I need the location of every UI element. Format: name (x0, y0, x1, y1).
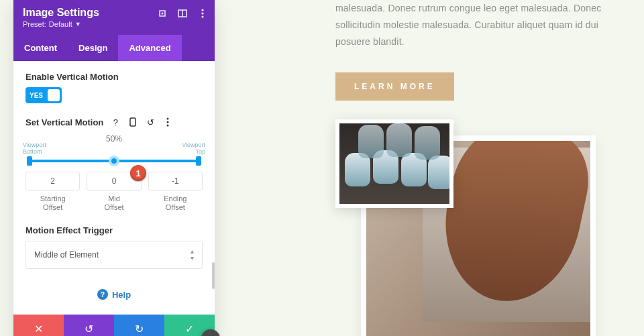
set-vertical-label: Set Vertical Motion (25, 117, 103, 127)
slider-percent: 50% (25, 134, 203, 144)
undo-button[interactable]: ↺ (64, 315, 114, 336)
motion-trigger-value: Middle of Element (34, 250, 99, 260)
mid-offset-label: MidOffset (87, 194, 141, 212)
panel-body: Enable Vertical Motion YES Set Vertical … (13, 61, 215, 315)
svg-point-6 (201, 15, 203, 17)
svg-rect-7 (130, 118, 136, 126)
panel-header[interactable]: Image Settings Preset: Default ▼ (13, 0, 215, 35)
redo-button[interactable]: ↻ (114, 315, 164, 336)
help-link[interactable]: ? Help (25, 289, 203, 300)
preset-value: Default (49, 20, 72, 28)
slider-start-handle[interactable] (27, 156, 32, 166)
svg-point-9 (167, 121, 169, 123)
enable-vertical-label: Enable Vertical Motion (25, 72, 203, 82)
page-preview: malesuada. Donec rutrum congue leo eget … (335, 0, 644, 336)
ending-offset-input[interactable] (148, 172, 203, 190)
columns-icon[interactable] (177, 8, 188, 19)
toggle-text: YES (30, 92, 43, 99)
cancel-button[interactable]: ✕ (13, 315, 64, 336)
tabs: Content Design Advanced (13, 35, 215, 61)
expand-icon[interactable] (157, 8, 168, 19)
ending-offset-label: EndingOffset (148, 194, 203, 212)
svg-point-8 (167, 118, 169, 120)
svg-point-10 (167, 125, 169, 127)
learn-more-button[interactable]: LEARN MORE (335, 72, 454, 101)
motion-trigger-label: Motion Effect Trigger (25, 225, 203, 235)
svg-point-1 (162, 13, 164, 15)
viewport-top-label: ViewportTop (182, 142, 205, 156)
select-caret-icon: ▴▾ (191, 248, 194, 262)
panel-preset[interactable]: Preset: Default ▼ (23, 20, 205, 28)
image-small-cups (335, 119, 453, 208)
starting-offset-input[interactable] (25, 172, 80, 190)
enable-vertical-toggle[interactable]: YES (25, 87, 62, 103)
viewport-bottom-label: ViewportBottom (23, 142, 46, 156)
tab-content[interactable]: Content (13, 35, 68, 61)
more-options-icon[interactable] (162, 117, 173, 127)
responsive-icon[interactable] (127, 117, 138, 127)
starting-offset-label: StartingOffset (25, 194, 80, 212)
tab-design[interactable]: Design (68, 35, 118, 61)
motion-trigger-select[interactable]: Middle of Element ▴▾ (25, 241, 203, 269)
annotation-callout-1: 1 (130, 165, 146, 181)
tab-advanced[interactable]: Advanced (118, 35, 181, 61)
slider-mid-handle[interactable] (109, 156, 119, 166)
settings-panel: Image Settings Preset: Default ▼ Content… (13, 0, 215, 336)
help-text: Help (112, 290, 131, 300)
svg-point-5 (201, 12, 203, 14)
slider-end-handle[interactable] (196, 156, 201, 166)
body-paragraph: malesuada. Donec rutrum congue leo eget … (335, 0, 644, 51)
chevron-down-icon: ▼ (75, 21, 81, 27)
help-tip-icon[interactable]: ? (110, 117, 121, 127)
panel-footer: ✕ ↺ ↻ ✓ (13, 315, 215, 336)
scrollbar[interactable] (212, 262, 215, 289)
preset-label: Preset: (23, 20, 46, 28)
vertical-motion-slider: 50% ViewportBottom ViewportTop StartingO… (25, 134, 203, 212)
svg-point-4 (201, 9, 203, 11)
help-icon: ? (97, 289, 108, 300)
reset-icon[interactable]: ↺ (145, 117, 156, 127)
slider-track[interactable] (30, 160, 199, 162)
image-stack (335, 119, 644, 208)
more-icon[interactable] (197, 8, 208, 19)
